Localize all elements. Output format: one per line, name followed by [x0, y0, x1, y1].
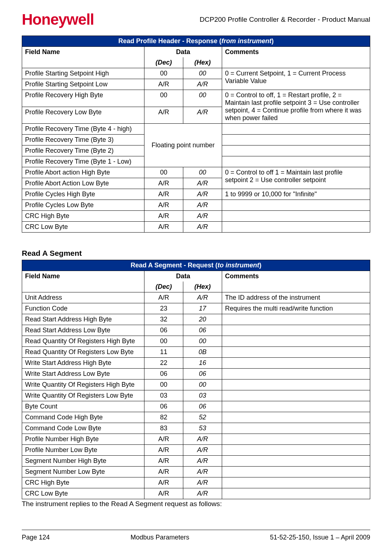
cell-comment: [222, 412, 370, 423]
cell-field: Profile Starting Setpoint High: [22, 68, 144, 79]
cell-dec: 03: [144, 390, 183, 401]
cell-comment: [222, 314, 370, 325]
cell-comment: [222, 456, 370, 467]
table-row: Profile Recovery Time (Byte 4 - high) Fl…: [22, 124, 370, 135]
cell-field: CRC High Byte: [22, 477, 144, 488]
cell-comment: [222, 369, 370, 379]
cell-field: Write Start Address High Byte: [22, 358, 144, 369]
cell-hex: 00: [183, 379, 222, 390]
cell-field: CRC High Byte: [22, 211, 144, 222]
cell-dec: 22: [144, 358, 183, 369]
table-row: Write Start Address Low Byte0606: [22, 369, 370, 379]
table2-after-note: The instrument replies to the Read A Seg…: [22, 500, 370, 508]
table-row: Profile Number High ByteA/RA/R: [22, 434, 370, 445]
cell-field: Read Start Address Low Byte: [22, 325, 144, 336]
cell-dec: 82: [144, 412, 183, 423]
table-row: Byte Count0606: [22, 401, 370, 412]
document-title: DCP200 Profile Controller & Recorder - P…: [200, 16, 370, 24]
cell-hex: A/R: [183, 434, 222, 445]
footer-section: Modbus Parameters: [130, 534, 189, 541]
cell-field: Profile Cycles Low Byte: [22, 200, 144, 211]
cell-hex: 00: [183, 68, 222, 79]
cell-field: Profile Recovery Time (Byte 3): [22, 135, 144, 145]
cell-comment: [222, 467, 370, 477]
cell-hex: 17: [183, 303, 222, 314]
cell-hex: A/R: [183, 222, 222, 233]
cell-hex: A/R: [183, 211, 222, 222]
table-read-segment-request: Read A Segment - Request (to instrument)…: [22, 260, 370, 499]
table-row: Write Quantity Of Registers Low Byte0303: [22, 390, 370, 401]
cell-hex: A/R: [183, 200, 222, 211]
table-row: Read Quantity Of Registers Low Byte110B: [22, 347, 370, 358]
cell-field: Profile Cycles High Byte: [22, 189, 144, 200]
col-data: Data: [144, 271, 222, 282]
cell-comment: [222, 423, 370, 434]
cell-dec: A/R: [144, 222, 183, 233]
col-hex: (Hex): [183, 282, 222, 292]
page-footer: Page 124 Modbus Parameters 51-52-25-150,…: [22, 530, 370, 541]
cell-field: Read Start Address High Byte: [22, 314, 144, 325]
cell-hex: 16: [183, 358, 222, 369]
cell-hex: 00: [183, 90, 222, 107]
cell-field: Read Quantity Of Registers Low Byte: [22, 347, 144, 358]
table-row: Command Code Low Byte8353: [22, 423, 370, 434]
cell-dec: 00: [144, 336, 183, 347]
table-row: CRC High ByteA/RA/R: [22, 477, 370, 488]
table-row: Unit AddressA/RA/RThe ID address of the …: [22, 292, 370, 303]
cell-field: Profile Recovery Time (Byte 2): [22, 145, 144, 156]
col-hex: (Hex): [183, 57, 222, 68]
cell-dec: A/R: [144, 189, 183, 200]
cell-dec: A/R: [144, 200, 183, 211]
cell-hex: A/R: [183, 445, 222, 456]
cell-dec: A/R: [144, 79, 183, 90]
cell-comment: 0 = Current Setpoint, 1 = Current Proces…: [222, 68, 370, 90]
cell-comment: [222, 445, 370, 456]
cell-dec: 23: [144, 303, 183, 314]
cell-field: Profile Recovery High Byte: [22, 90, 144, 107]
cell-dec: A/R: [144, 456, 183, 467]
cell-hex: A/R: [183, 189, 222, 200]
footer-page: Page 124: [22, 534, 50, 541]
col-comments: Comments: [222, 47, 370, 58]
table-row: Profile Number Low ByteA/RA/R: [22, 445, 370, 456]
section-title-read-segment: Read A Segment: [22, 249, 370, 258]
table-row: Write Start Address High Byte2216: [22, 358, 370, 369]
cell-field: Profile Abort Action Low Byte: [22, 178, 144, 189]
cell-field: Command Code Low Byte: [22, 423, 144, 434]
table-profile-header-response: Read Profile Header - Response (from ins…: [22, 36, 370, 233]
col-field-name: Field Name: [22, 47, 144, 58]
cell-dec: A/R: [144, 107, 183, 124]
table-row: Segment Number Low ByteA/RA/R: [22, 467, 370, 477]
cell-comment: Requires the multi read/write function: [222, 303, 370, 314]
cell-dec: A/R: [144, 178, 183, 189]
table2-title: Read A Segment - Request (to instrument): [22, 260, 370, 271]
table-row: Profile Abort action High Byte 00 00 0 =…: [22, 167, 370, 178]
cell-hex: 00: [183, 336, 222, 347]
cell-hex: A/R: [183, 79, 222, 90]
table-row: Read Start Address Low Byte0606: [22, 325, 370, 336]
cell-dec: 83: [144, 423, 183, 434]
table-row: Command Code High Byte8252: [22, 412, 370, 423]
cell-hex: A/R: [183, 178, 222, 189]
cell-field: Function Code: [22, 303, 144, 314]
cell-field: Command Code High Byte: [22, 412, 144, 423]
cell-hex: 06: [183, 369, 222, 379]
cell-field: CRC Low Byte: [22, 222, 144, 233]
cell-dec: A/R: [144, 434, 183, 445]
cell-hex: A/R: [183, 467, 222, 477]
table-row: CRC Low ByteA/RA/R: [22, 488, 370, 499]
cell-field: Read Quantity Of Registers High Byte: [22, 336, 144, 347]
cell-field: Profile Recovery Time (Byte 4 - high): [22, 124, 144, 135]
cell-field: Profile Recovery Time (Byte 1 - Low): [22, 156, 144, 167]
cell-comment: [222, 325, 370, 336]
table-row: Profile Cycles High Byte A/R A/R 1 to 99…: [22, 189, 370, 200]
cell-dec: 06: [144, 325, 183, 336]
table-row: CRC Low Byte A/R A/R: [22, 222, 370, 233]
cell-hex: 53: [183, 423, 222, 434]
cell-hex: 06: [183, 325, 222, 336]
footer-docnum: 51-52-25-150, Issue 1 – April 2009: [270, 534, 370, 541]
cell-dec: A/R: [144, 292, 183, 303]
cell-dec: 06: [144, 369, 183, 379]
cell-dec: 00: [144, 68, 183, 79]
cell-field: Profile Starting Setpoint Low: [22, 79, 144, 90]
